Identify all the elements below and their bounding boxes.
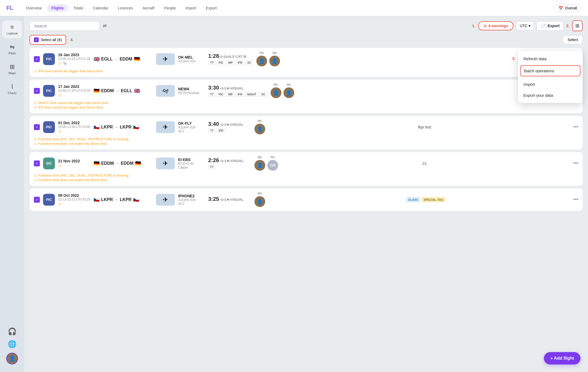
nav-calendar[interactable]: Calendar (89, 4, 113, 12)
layout: ≡ Logbook ⇋ Pilots ⊞ Maps ⌇ Charts 🎧 🌐 👤… (0, 16, 588, 372)
calendar-icon: 📅 (558, 6, 563, 10)
tag-mp: MP (226, 92, 235, 97)
aircraft-thumbnail: ✈ (156, 121, 175, 133)
dropdown-batch[interactable]: Batch operations (520, 65, 580, 76)
top-nav: FL Overview Flights Totals Calendar Lice… (0, 0, 588, 16)
select-all-checkbox[interactable]: ✓ Select all (6) (30, 35, 66, 45)
filter-icon[interactable]: ⇌ (103, 23, 107, 29)
crew-sic-col: SIC 👤 (284, 83, 294, 98)
crew-area: PIC 👤 SIC 👤 (271, 83, 297, 98)
nav-import[interactable]: Import (181, 4, 201, 12)
role-badge: PIC (43, 194, 55, 206)
step-2-label: 2. (566, 24, 569, 28)
flight-time: 23:13-23:13 UTC•3:25 (58, 198, 90, 201)
flight-main-row: ✓ PIC 08 Oct 2022 23:13-23:13 UTC•3:25 ⚠… (34, 192, 578, 207)
aircraft-type: PETR•SeaStar (178, 91, 205, 95)
sidebar-item-maps[interactable]: ⊞ Maps (2, 60, 22, 78)
export-button[interactable]: 📄 Export (537, 21, 564, 31)
tag-xc: XC (259, 92, 267, 97)
nav-flights[interactable]: Flights (47, 4, 68, 12)
step-1-label: 1. (472, 24, 475, 28)
flight-date-area: 17 Jan 2023 13:50-17:20 UTC•3:30 ⚠ (58, 84, 90, 97)
from-airport: LKPR (101, 197, 113, 202)
more-options-button[interactable]: ••• (573, 197, 578, 202)
aircraft-thumbnail: ✈ (156, 158, 175, 169)
flight-checkbox[interactable]: ✓ (34, 88, 40, 94)
flight-time-display: 3:30 •1•1★•VISUAL TT PIC MP IFR NIGHT XC (208, 85, 267, 97)
flight-tags: TT PIC MP IFR NIGHT XC (208, 92, 267, 97)
nav-people[interactable]: People (160, 4, 180, 12)
flight-card: ✓ PIC 18 Jan 2023 13:55-15:23 UTC•1:28 ⚠… (30, 48, 583, 77)
dropdown-import[interactable]: Import (518, 79, 583, 90)
tag-ifr: IFR (236, 60, 244, 65)
dropdown-refresh[interactable]: Refresh data (518, 53, 583, 64)
warnings-button[interactable]: ⚠ 6 warnings (478, 21, 513, 30)
flight-main-row: ✓ PIC 01 Dec 2022 10:05-13:45 UTC•3:40 ⚠… (34, 120, 578, 134)
globe-icon[interactable]: 🌐 (8, 340, 16, 348)
flight-date-area: 08 Oct 2022 23:13-23:13 UTC•3:25 ⚠ (58, 193, 90, 206)
warnings-list: ⚠ Function time (PIC, SIC, DUAL, INSTRUC… (34, 137, 578, 146)
warning-icons-row: ⚠ 📎 (58, 61, 90, 66)
nav-licences[interactable]: Licences (114, 4, 137, 12)
warn-icon: ⚠ (34, 173, 37, 177)
more-options-button[interactable]: ••• (573, 160, 578, 166)
toolbar: ⇌ 1. ⚠ 6 warnings UTC ▾ 📄 Export 2. ⊞ (30, 20, 583, 31)
crew-sic-col: SIC 👤 (254, 156, 265, 171)
crew-sic-label: SIC (286, 83, 291, 86)
overall-button[interactable]: 📅 Overall (554, 4, 582, 12)
flight-checkbox[interactable]: ✓ (34, 160, 40, 166)
nav-items: Overview Flights Totals Calendar Licence… (22, 4, 554, 12)
add-flight-button[interactable]: + Add flight (544, 352, 580, 364)
to-flag: 🇨🇿 (133, 124, 139, 130)
sidebar-bottom: 🎧 🌐 👤 (6, 327, 18, 368)
flight-checkbox[interactable]: ✓ (34, 197, 40, 203)
aircraft-reg: NEWA (178, 87, 205, 91)
flight-time: 10:05-13:45 UTC•3:40 (58, 125, 90, 129)
nav-totals[interactable]: Totals (69, 4, 88, 12)
route-area: 🇨🇿 LKPR → LKPR 🇨🇿 (94, 197, 153, 203)
warning-item: ⚠ Function time does not match the Block… (34, 178, 578, 182)
search-input[interactable] (30, 21, 100, 31)
sidebar-item-charts[interactable]: ⌇ Charts (2, 80, 22, 98)
sidebar-item-logbook[interactable]: ≡ Logbook (2, 20, 22, 38)
nav-export[interactable]: Export (201, 4, 221, 12)
nav-aircraft[interactable]: Aircraft (138, 4, 159, 12)
crew-pic-label: PIC (258, 120, 262, 123)
from-flag: 🇨🇿 (94, 124, 100, 130)
warnings-list: ⚠ Function time (PIC, SIC, DUAL, INSTRUC… (34, 173, 578, 182)
checkbox-checked-icon: ✓ (34, 37, 39, 42)
to-flag: 🇨🇿 (133, 197, 139, 203)
grid-menu-button[interactable]: ⊞ (572, 20, 583, 31)
aircraft-reg: IPHONE2 (178, 194, 205, 198)
utc-button[interactable]: UTC ▾ (516, 22, 534, 30)
dropdown-export-data[interactable]: Export your data (518, 90, 583, 101)
aircraft-type: A319•A-319 (178, 59, 205, 63)
aircraft-thumbnail: 🛩 (156, 85, 175, 97)
help-icon[interactable]: 🎧 (8, 327, 16, 336)
flight-checkbox[interactable]: ✓ (34, 124, 40, 130)
more-options-button[interactable]: ••• (573, 124, 578, 130)
role-badge: SIC (43, 158, 55, 169)
flight-checkbox[interactable]: ✓ (34, 56, 40, 62)
tag-glass: GLASS (406, 197, 420, 202)
nav-overview[interactable]: Overview (22, 4, 46, 12)
user-avatar[interactable]: 👤 (6, 353, 18, 364)
from-flag: 🇨🇿 (94, 197, 100, 203)
tag-tt: TT (208, 128, 215, 133)
role-badge: PIC (43, 85, 55, 97)
crew-pic-col: PIC 👤 (271, 83, 281, 98)
flight-time-display: 3:40 •1•1★•VISUAL TT IFR (208, 121, 251, 133)
aircraft-extra: Clipper (178, 166, 205, 169)
app-logo[interactable]: FL (6, 5, 13, 12)
warning-icons-row: ⚠ (58, 92, 90, 97)
crew-sic-label: SIC (272, 52, 277, 55)
flight-tags: TT IFR (208, 128, 251, 133)
to-airport: EDDM (121, 161, 133, 166)
select-button[interactable]: Select (563, 35, 583, 44)
warning-item: ⚠ NIGHT time cannot be bigger than block… (34, 101, 578, 105)
flight-main-row: ✓ PIC 17 Jan 2023 13:50-17:20 UTC•3:30 ⚠… (34, 83, 578, 98)
warnings-list: ⚠ NIGHT time cannot be bigger than block… (34, 101, 578, 109)
flight-card: ✓ SIC 21 Nov 2022 ⚠ 🇩🇪 EDDM → EDDM 🇩🇪 ✈ (30, 152, 583, 186)
crew-sic-col: SIC 👤 (269, 52, 280, 66)
sidebar-item-pilots[interactable]: ⇋ Pilots (2, 40, 22, 58)
